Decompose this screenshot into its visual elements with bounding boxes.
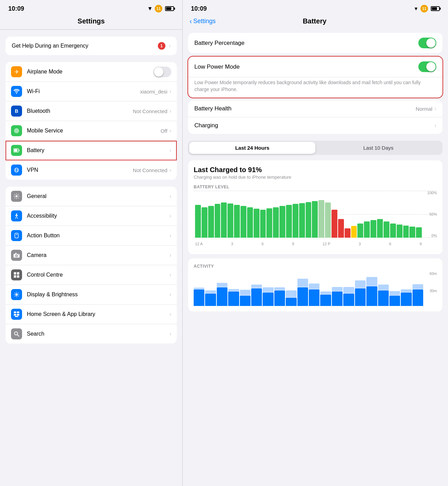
- activity-bar-group: [286, 271, 296, 306]
- mobile-service-row[interactable]: Mobile Service Off ›: [6, 121, 177, 141]
- mobile-service-icon: [11, 125, 22, 136]
- low-power-mode-toggle[interactable]: [418, 61, 436, 72]
- bluetooth-chevron: ›: [170, 108, 171, 114]
- right-nav-bar: ‹ Settings Battery: [183, 16, 448, 29]
- camera-row[interactable]: Camera ›: [6, 246, 177, 265]
- x-label-6p: 6: [389, 242, 391, 246]
- mobile-service-chevron: ›: [170, 128, 171, 134]
- emergency-chevron: ›: [169, 43, 171, 49]
- accessibility-row[interactable]: Accessibility ›: [6, 206, 177, 226]
- svg-rect-30: [14, 272, 16, 275]
- battery-percentage-toggle[interactable]: [418, 38, 436, 48]
- battery-bar: [260, 210, 266, 238]
- activity-bar-light: [240, 290, 251, 295]
- battery-bar: [403, 226, 409, 238]
- charging-row[interactable]: Charging ›: [188, 117, 442, 134]
- right-page-title: Battery: [303, 17, 326, 25]
- activity-bar-dark: [378, 290, 389, 306]
- wifi-row[interactable]: Wi-Fi xiaomi_desi ›: [6, 82, 177, 101]
- activity-bar-group: [263, 271, 273, 306]
- airplane-mode-toggle[interactable]: [153, 67, 171, 77]
- vpn-value: Not Connected: [133, 167, 167, 173]
- left-settings-content: Get Help During an Emergency 1 › ✈ Airpl…: [0, 30, 182, 486]
- airplane-mode-row[interactable]: ✈ Airplane Mode: [6, 62, 177, 82]
- svg-line-14: [14, 194, 15, 195]
- battery-bar: [202, 207, 207, 238]
- vpn-row[interactable]: VPN Not Connected ›: [6, 160, 177, 180]
- battery-bar: [338, 219, 344, 238]
- general-row[interactable]: General ›: [6, 187, 177, 206]
- activity-bar-light: [343, 287, 354, 293]
- emergency-card[interactable]: Get Help During an Emergency 1 ›: [6, 37, 177, 55]
- activity-bar-dark: [228, 291, 239, 306]
- activity-bar-group: [320, 271, 331, 306]
- battery-level-chart: 100% 50% 0% 12 A 3 6 9 12 P 3 6 9: [194, 191, 437, 246]
- display-brightness-row[interactable]: Display & Brightness ›: [6, 285, 177, 305]
- y-label-100: 100%: [427, 191, 437, 195]
- activity-bar-group: [217, 271, 227, 306]
- battery-health-value: Normal: [416, 106, 432, 112]
- right-content: Battery Percentage Low Power Mode Low Po…: [183, 29, 448, 486]
- activity-bar-dark: [263, 292, 273, 306]
- activity-bar-group: [343, 271, 354, 306]
- accessibility-label: Accessibility: [27, 213, 170, 219]
- action-button-icon: [11, 230, 22, 241]
- time-selector: Last 24 Hours Last 10 Days: [188, 141, 442, 155]
- action-button-row[interactable]: Action Button ›: [6, 226, 177, 246]
- activity-bar-dark: [194, 289, 204, 306]
- activity-bar-light: [332, 287, 343, 291]
- battery-bar: [273, 207, 279, 238]
- left-status-icons: ▼ 11: [147, 5, 174, 12]
- control-centre-row[interactable]: Control Centre ›: [6, 265, 177, 285]
- battery-bar: [247, 207, 253, 238]
- wifi-value: xiaomi_desi: [140, 89, 167, 95]
- battery-health-row[interactable]: Battery Health Normal ›: [188, 100, 442, 117]
- wifi-chevron: ›: [170, 88, 171, 95]
- battery-chart-section: Last Charged to 91% Charging was on hold…: [188, 160, 442, 254]
- wifi-label: Wi-Fi: [27, 88, 140, 95]
- activity-bar-dark: [401, 292, 411, 306]
- right-status-icons: ▼ 11: [414, 5, 440, 12]
- activity-bar-group: [389, 271, 400, 306]
- battery-row[interactable]: Battery ›: [6, 141, 177, 160]
- search-row[interactable]: Search ›: [6, 324, 177, 344]
- vpn-label: VPN: [27, 167, 133, 173]
- svg-line-40: [18, 296, 19, 297]
- home-screen-row[interactable]: Home Screen & App Library ›: [6, 305, 177, 324]
- activity-bar-group: [366, 271, 377, 306]
- svg-point-18: [16, 214, 17, 215]
- activity-bar-light: [320, 291, 331, 294]
- battery-bar: [364, 221, 370, 238]
- activity-bar-light: [366, 277, 377, 286]
- control-centre-chevron: ›: [170, 272, 171, 278]
- back-button[interactable]: ‹ Settings: [190, 17, 216, 25]
- battery-health-label: Battery Health: [194, 105, 416, 112]
- left-panel: 10:09 ▼ 11 Settings Get Help During an E…: [0, 0, 183, 486]
- svg-point-34: [16, 294, 18, 296]
- svg-rect-46: [17, 314, 19, 316]
- svg-line-49: [17, 335, 19, 336]
- battery-bar: [357, 224, 363, 238]
- low-power-mode-row[interactable]: Low Power Mode: [188, 57, 442, 77]
- last-10-days-button[interactable]: Last 10 Days: [315, 142, 441, 154]
- battery-bar: [215, 204, 221, 238]
- display-brightness-label: Display & Brightness: [27, 291, 170, 298]
- x-label-6a: 6: [262, 242, 264, 246]
- activity-bar-group: [309, 271, 319, 306]
- svg-point-27: [16, 255, 17, 257]
- svg-line-42: [15, 296, 16, 297]
- battery-level-chart-label: BATTERY LEVEL: [194, 185, 437, 189]
- activity-bar-light: [309, 284, 319, 289]
- battery-bar: [370, 220, 376, 238]
- low-power-mode-label: Low Power Mode: [194, 63, 418, 70]
- last-24-hours-button[interactable]: Last 24 Hours: [189, 142, 315, 154]
- activity-bar-light: [378, 285, 389, 290]
- battery-health-charging-card: Battery Health Normal › Charging ›: [188, 100, 442, 134]
- battery-percentage-row[interactable]: Battery Percentage: [188, 33, 442, 53]
- bluetooth-row[interactable]: B Bluetooth Not Connected ›: [6, 101, 177, 121]
- activity-bar-light: [228, 289, 239, 291]
- activity-bar-light: [263, 287, 273, 292]
- activity-bar-group: [401, 271, 411, 306]
- display-brightness-icon: [11, 289, 22, 300]
- battery-notification-badge: 11: [155, 5, 162, 12]
